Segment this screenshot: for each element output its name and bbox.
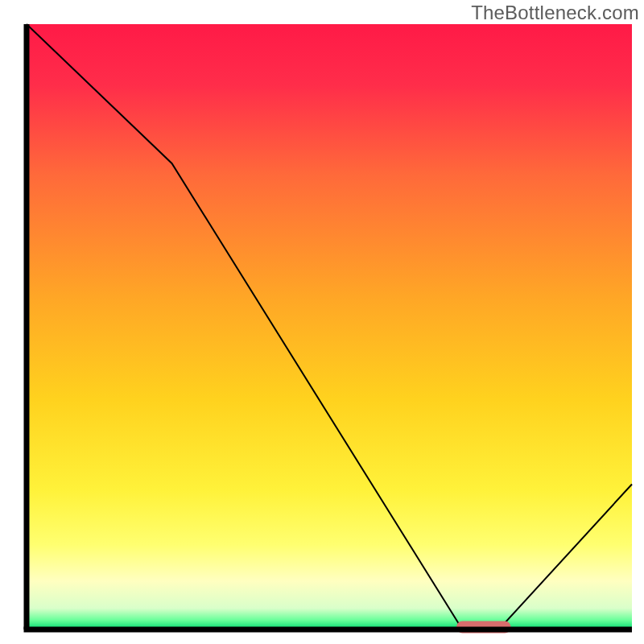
chart-svg xyxy=(0,0,644,644)
gradient-background xyxy=(27,24,632,630)
watermark-text: TheBottleneck.com xyxy=(471,2,639,24)
plot-group xyxy=(24,24,633,630)
bottleneck-chart: TheBottleneck.com xyxy=(0,0,644,644)
